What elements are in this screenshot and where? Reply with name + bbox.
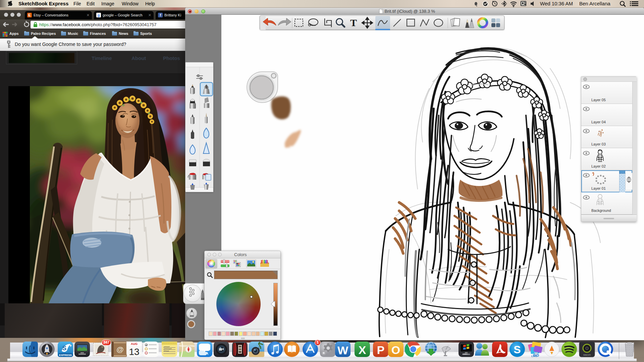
svg-text:W: W: [337, 344, 348, 357]
svg-text:Wed 10:36 AM: Wed 10:36 AM: [540, 1, 573, 6]
svg-text:EXPRESS: EXPRESS: [59, 354, 72, 357]
svg-text:S: S: [62, 345, 66, 352]
svg-text:P: P: [377, 344, 385, 356]
svg-text:T: T: [350, 17, 357, 28]
svg-text:Ben Arcellana: Ben Arcellana: [579, 1, 610, 6]
svg-text:@: @: [116, 345, 123, 354]
svg-text:S: S: [514, 344, 521, 356]
svg-text:13: 13: [129, 347, 139, 357]
svg-text:O: O: [391, 344, 400, 356]
svg-text:AUG: AUG: [131, 342, 138, 346]
svg-text:LITE: LITE: [531, 355, 537, 358]
svg-text:wacom: wacom: [583, 354, 591, 356]
svg-text:X: X: [359, 344, 366, 356]
